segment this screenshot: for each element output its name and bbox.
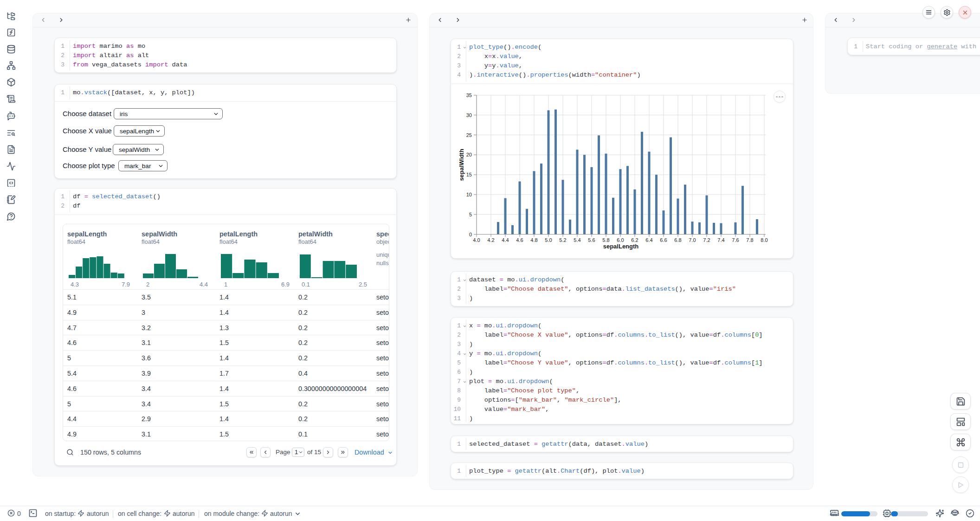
svg-text:10: 10: [466, 192, 472, 197]
svg-text:5.2: 5.2: [559, 237, 566, 243]
svg-text:35: 35: [466, 92, 472, 98]
svg-text:6.6: 6.6: [660, 237, 667, 243]
svg-text:5.0: 5.0: [545, 237, 552, 243]
svg-text:0: 0: [469, 232, 472, 237]
svg-text:4.6: 4.6: [516, 237, 523, 243]
svg-text:4.2: 4.2: [487, 237, 494, 243]
svg-text:6.8: 6.8: [674, 237, 681, 243]
svg-text:4.4: 4.4: [502, 237, 509, 243]
svg-text:7.4: 7.4: [717, 237, 724, 243]
svg-text:5: 5: [469, 212, 472, 217]
svg-text:7.6: 7.6: [732, 237, 739, 243]
svg-text:6.2: 6.2: [631, 237, 638, 243]
svg-text:6.0: 6.0: [617, 237, 624, 243]
svg-text:5.4: 5.4: [574, 237, 580, 243]
svg-text:4.0: 4.0: [473, 237, 480, 243]
svg-text:8.0: 8.0: [761, 237, 767, 243]
svg-text:sepalLength: sepalLength: [603, 243, 639, 250]
svg-text:sepalWidth: sepalWidth: [458, 149, 465, 181]
svg-text:5.8: 5.8: [602, 237, 609, 243]
svg-text:7.2: 7.2: [703, 237, 710, 243]
svg-text:6.4: 6.4: [645, 237, 652, 243]
svg-text:4.8: 4.8: [530, 237, 537, 243]
svg-text:25: 25: [466, 132, 472, 138]
svg-text:7.8: 7.8: [746, 237, 753, 243]
svg-text:5.6: 5.6: [588, 237, 595, 243]
svg-text:15: 15: [466, 172, 472, 177]
svg-text:20: 20: [466, 152, 472, 157]
svg-text:30: 30: [466, 112, 472, 118]
svg-text:7.0: 7.0: [689, 237, 696, 243]
